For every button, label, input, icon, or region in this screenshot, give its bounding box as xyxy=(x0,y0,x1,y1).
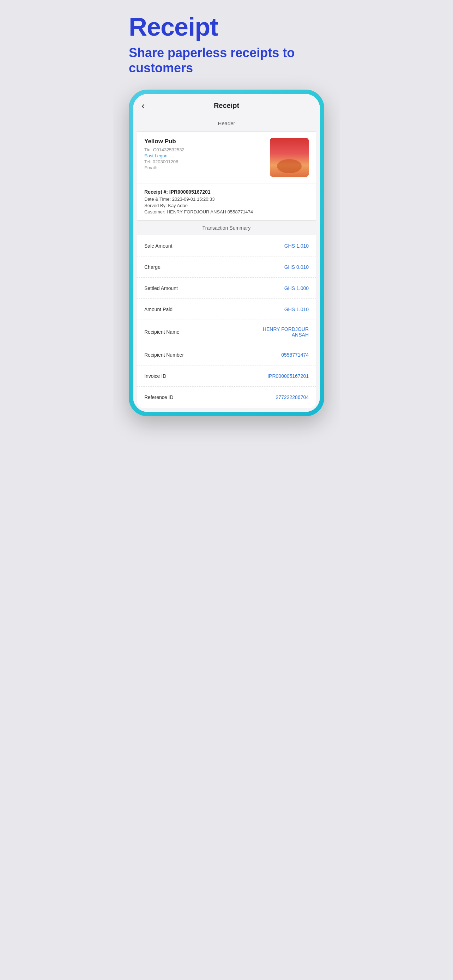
logo-food-decoration xyxy=(277,159,302,173)
row-value: HENRY FORDJOUR ANSAH xyxy=(263,326,309,337)
row-label: Charge xyxy=(144,264,161,270)
receipt-served-value: Kay Adae xyxy=(168,203,188,208)
business-location: East Legon xyxy=(144,153,270,158)
row-value: GHS 1.010 xyxy=(285,243,309,249)
receipt-served-label: Served By: xyxy=(144,203,167,208)
receipt-customer-value: HENRY FORDJOUR ANSAH 0558771474 xyxy=(167,209,253,215)
row-value: GHS 1.010 xyxy=(285,307,309,312)
page-subtitle: Share paperless receipts to customers xyxy=(129,45,324,75)
row-value: 0558771474 xyxy=(281,352,309,358)
row-label: Sale Amount xyxy=(144,243,172,249)
receipt-date-label: Date & Time: xyxy=(144,196,171,202)
phone-wrapper: ‹ Receipt Header Yellow Pub Tin: C014325… xyxy=(129,90,324,416)
receipt-customer-label: Customer: xyxy=(144,209,165,215)
row-value: GHS 1.000 xyxy=(285,285,309,291)
row-label: Settled Amount xyxy=(144,285,178,291)
business-name: Yellow Pub xyxy=(144,138,270,145)
page-title: Receipt xyxy=(129,14,324,40)
transaction-section-header: Transaction Summary xyxy=(137,221,316,235)
business-logo xyxy=(270,138,309,177)
transaction-row: Amount PaidGHS 1.010 xyxy=(137,299,316,320)
row-label: Recipient Number xyxy=(144,352,184,358)
receipt-meta: Receipt #: IPR000005167201 Date & Time: … xyxy=(137,183,316,221)
business-tel: Tel: 0203001206 xyxy=(144,159,270,164)
business-details: Yellow Pub Tin: C01432532532 East Legon … xyxy=(144,138,270,170)
receipt-number-value: IPR000005167201 xyxy=(169,189,211,195)
transaction-row: ChargeGHS 0.010 xyxy=(137,256,316,278)
receipt-served-by: Served By: Kay Adae xyxy=(144,203,309,208)
receipt-customer: Customer: HENRY FORDJOUR ANSAH 055877147… xyxy=(144,209,309,215)
row-value: IPR000005167201 xyxy=(267,373,309,379)
back-button[interactable]: ‹ xyxy=(141,100,145,111)
business-info: Yellow Pub Tin: C01432532532 East Legon … xyxy=(137,132,316,183)
phone-screen: ‹ Receipt Header Yellow Pub Tin: C014325… xyxy=(133,94,320,412)
transaction-row: Recipient NameHENRY FORDJOUR ANSAH xyxy=(137,320,316,344)
row-value: 277222286704 xyxy=(276,395,309,400)
row-label: Amount Paid xyxy=(144,307,173,312)
business-tin: Tin: C01432532532 xyxy=(144,147,270,153)
receipt-date: Date & Time: 2023-09-01 15:20:33 xyxy=(144,196,309,202)
row-label: Invoice ID xyxy=(144,373,166,379)
transaction-row: Reference ID277222286704 xyxy=(137,387,316,408)
transaction-row: Settled AmountGHS 1.000 xyxy=(137,278,316,299)
row-label: Recipient Name xyxy=(144,329,180,335)
receipt-screen-title: Receipt xyxy=(214,102,239,110)
section-header-label: Header xyxy=(137,115,316,132)
business-logo-image xyxy=(270,138,309,177)
transaction-rows: Sale AmountGHS 1.010ChargeGHS 0.010Settl… xyxy=(137,235,316,408)
business-email: Email: xyxy=(144,165,270,170)
row-value: GHS 0.010 xyxy=(285,264,309,270)
receipt-content-card: Header Yellow Pub Tin: C01432532532 East… xyxy=(137,115,316,408)
receipt-date-value: 2023-09-01 15:20:33 xyxy=(172,196,215,202)
phone-frame: ‹ Receipt Header Yellow Pub Tin: C014325… xyxy=(129,90,324,416)
page-container: Receipt Share paperless receipts to cust… xyxy=(113,0,340,490)
transaction-row: Sale AmountGHS 1.010 xyxy=(137,235,316,256)
row-label: Reference ID xyxy=(144,395,173,400)
receipt-number: Receipt #: IPR000005167201 xyxy=(144,189,309,195)
transaction-row: Invoice IDIPR000005167201 xyxy=(137,366,316,387)
receipt-header-bar: ‹ Receipt xyxy=(133,94,320,115)
transaction-row: Recipient Number0558771474 xyxy=(137,344,316,366)
receipt-number-label: Receipt #: xyxy=(144,189,168,195)
